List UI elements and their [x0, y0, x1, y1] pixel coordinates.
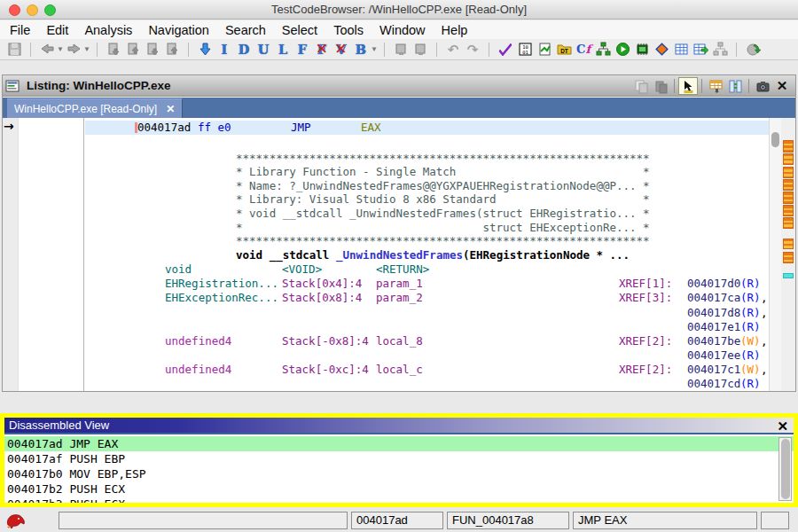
- menu-help[interactable]: Help: [434, 23, 476, 37]
- listing-row[interactable]: 004017e1(R): [85, 320, 769, 334]
- disassembled-view-close-icon[interactable]: ✕: [777, 419, 788, 434]
- listing-row[interactable]: void __stdcall _UnwindNestedFrames(EHReg…: [85, 248, 769, 262]
- listing-row[interactable]: * Library Function - Single Match *: [85, 165, 769, 179]
- cf-icon[interactable]: Cf: [574, 41, 593, 59]
- dropdown-caret-icon[interactable]: ▼: [57, 41, 64, 59]
- pageup-icon[interactable]: [162, 41, 182, 59]
- disassembled-scrollbar-thumb[interactable]: [781, 439, 790, 499]
- listing-row[interactable]: * void __stdcall _UnwindNestedFrames(str…: [85, 207, 769, 221]
- toggle-l-button[interactable]: L: [273, 41, 293, 59]
- listing-row[interactable]: 004017adff e0JMPEAX: [85, 121, 769, 135]
- tab-close-icon[interactable]: ✕: [166, 103, 175, 115]
- analysis-marker[interactable]: [783, 153, 794, 165]
- cursor-tracking-button[interactable]: [678, 77, 698, 95]
- menu-search[interactable]: Search: [217, 23, 274, 37]
- listing-row[interactable]: ****************************************…: [85, 234, 769, 248]
- back-icon[interactable]: [37, 41, 57, 59]
- listing-field: ,: [761, 291, 768, 305]
- pageup-icon[interactable]: [123, 41, 143, 59]
- chip-icon[interactable]: [632, 41, 652, 59]
- ghidra-dragon-icon[interactable]: [5, 511, 27, 530]
- disassembled-row[interactable]: 004017af PUSH EBP: [4, 451, 794, 466]
- listing-row[interactable]: EHExceptionRec...Stack[0x8]:4param_2XREF…: [85, 291, 769, 305]
- listing-scrollbar[interactable]: [769, 118, 781, 391]
- camera-icon[interactable]: [753, 77, 772, 95]
- disassembled-row[interactable]: 004017b2 PUSH ECX: [4, 481, 794, 497]
- toggle-u-button[interactable]: U: [254, 41, 273, 59]
- dropdown-caret-icon[interactable]: ▼: [83, 41, 90, 59]
- menu-analysis[interactable]: Analysis: [76, 23, 140, 37]
- menu-select[interactable]: Select: [274, 23, 325, 37]
- disassembled-row[interactable]: 004017b3 PUSH ECX: [4, 497, 794, 503]
- analysis-marker[interactable]: [783, 205, 794, 216]
- pagedown-icon[interactable]: [104, 41, 123, 59]
- treegray-icon[interactable]: [710, 41, 730, 59]
- table-icon[interactable]: [671, 41, 691, 59]
- save-icon[interactable]: [4, 41, 24, 59]
- listing-row[interactable]: void<VOID><RETURN>: [85, 262, 769, 277]
- play-icon[interactable]: [613, 41, 632, 59]
- toggle-f-button[interactable]: F×: [312, 41, 332, 59]
- paste-icon[interactable]: [651, 77, 670, 95]
- pagedown-icon[interactable]: [143, 41, 162, 59]
- listing-row[interactable]: * Name: ?_UnwindNestedFrames@@YGXPAUEHRe…: [85, 179, 769, 193]
- analysis-marker[interactable]: [783, 140, 794, 153]
- listing-field: 004017cd: [687, 377, 740, 391]
- analysis-marker[interactable]: [783, 252, 794, 263]
- forward-icon[interactable]: [64, 41, 83, 59]
- toggle-f-button[interactable]: F: [293, 41, 312, 59]
- check-icon[interactable]: [496, 41, 515, 59]
- listing-row[interactable]: ****************************************…: [85, 152, 769, 166]
- redo-icon[interactable]: ↷: [463, 41, 482, 59]
- cursor-marker[interactable]: [783, 273, 794, 278]
- disassembled-scrollbar[interactable]: [778, 437, 792, 501]
- circlearrow-icon[interactable]: [743, 41, 763, 59]
- sheet-icon[interactable]: [535, 41, 554, 59]
- analysis-marker[interactable]: [783, 192, 794, 204]
- disassembled-row[interactable]: 004017b0 MOV EBP,ESP: [4, 466, 794, 481]
- dropdown-caret-icon[interactable]: ▼: [371, 41, 378, 59]
- listing-row[interactable]: 004017ee(R): [85, 348, 769, 363]
- folderdt-icon[interactable]: DT: [554, 41, 574, 59]
- listing-field: 004017ca: [687, 291, 740, 305]
- toggle-b-button[interactable]: B: [351, 41, 371, 59]
- listing-row[interactable]: * struct EHExceptionRe... *: [85, 221, 769, 235]
- analysis-marker[interactable]: [783, 167, 794, 178]
- menu-window[interactable]: Window: [372, 23, 434, 37]
- listing-row[interactable]: undefined4Stack[-0x8]:4local_8XREF[2]:00…: [85, 334, 769, 348]
- toggle-v-button[interactable]: V×: [332, 41, 351, 59]
- analysis-marker[interactable]: [783, 217, 794, 229]
- listing-field: XREF[2]:: [619, 334, 672, 348]
- stamp-icon[interactable]: [411, 41, 430, 59]
- tree-icon[interactable]: [593, 41, 613, 59]
- listing-row[interactable]: EHRegistration...Stack[0x4]:4param_1XREF…: [85, 277, 769, 291]
- tablearrow-icon[interactable]: [691, 41, 710, 59]
- separator: [748, 79, 749, 93]
- menu-tools[interactable]: Tools: [325, 23, 372, 37]
- stamp-icon[interactable]: [391, 41, 411, 59]
- toggle-d-button[interactable]: D: [234, 41, 254, 59]
- bluedown-icon[interactable]: [195, 41, 215, 59]
- toolbar-separator: [188, 43, 189, 57]
- bits-icon[interactable]: 1001: [515, 41, 535, 59]
- analysis-marker[interactable]: [783, 179, 794, 191]
- analysis-marker[interactable]: [783, 239, 794, 249]
- tabledown-icon[interactable]: [706, 77, 725, 95]
- menu-navigation[interactable]: Navigation: [140, 23, 217, 37]
- listing-row[interactable]: * Library: Visual Studio 8 x86 Standard …: [85, 192, 769, 207]
- listing-scrollbar-thumb[interactable]: [771, 132, 779, 147]
- undo-icon[interactable]: ↶: [443, 41, 463, 59]
- listing-row[interactable]: undefined4Stack[-0xc]:4local_cXREF[2]:00…: [85, 363, 769, 377]
- menu-file[interactable]: File: [2, 23, 38, 37]
- closex-icon[interactable]: ✕: [772, 77, 792, 95]
- disassembled-view-titlebar[interactable]: Disassembled View ✕: [4, 418, 794, 434]
- diamond-icon[interactable]: [652, 41, 671, 59]
- tab-winhellocpp[interactable]: WinHelloCPP.exe [Read-Only] ✕: [7, 98, 183, 118]
- menu-edit[interactable]: Edit: [38, 23, 76, 37]
- diff-icon[interactable]: [725, 77, 745, 95]
- listing-row[interactable]: 004017d8(R),: [85, 306, 769, 320]
- copy-icon[interactable]: [631, 77, 651, 95]
- listing-row[interactable]: 004017cd(R): [85, 377, 769, 391]
- disassembled-row[interactable]: 004017ad JMP EAX: [4, 436, 794, 451]
- toggle-i-button[interactable]: I: [215, 41, 234, 59]
